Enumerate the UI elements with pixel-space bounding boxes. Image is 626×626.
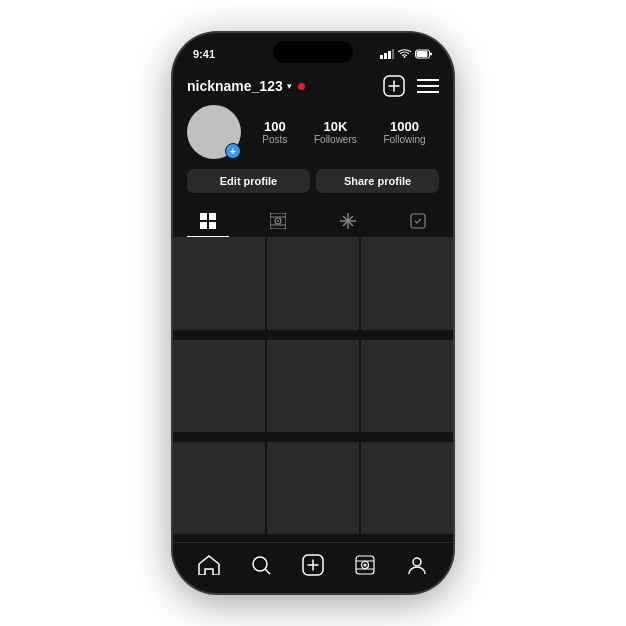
- bottom-nav: [173, 542, 453, 593]
- notification-dot: [298, 83, 305, 90]
- svg-rect-0: [380, 55, 383, 59]
- following-count: 1000: [390, 119, 419, 135]
- nav-search[interactable]: [243, 551, 279, 579]
- status-icons: [380, 49, 433, 59]
- header-actions: [383, 75, 439, 97]
- svg-rect-26: [411, 214, 425, 228]
- svg-point-27: [253, 557, 267, 571]
- battery-icon: [415, 49, 433, 59]
- reels-icon: [270, 213, 286, 229]
- username-text: nickname_123: [187, 78, 283, 94]
- grid-cell[interactable]: [361, 442, 453, 534]
- tab-tagged[interactable]: [383, 205, 453, 237]
- svg-rect-5: [430, 53, 432, 56]
- header-top-row: nickname_123 ▾: [187, 75, 439, 97]
- share-profile-button[interactable]: Share profile: [316, 169, 439, 193]
- dynamic-island: [273, 41, 353, 63]
- edit-profile-button[interactable]: Edit profile: [187, 169, 310, 193]
- nav-home[interactable]: [191, 551, 227, 579]
- action-buttons-row: Edit profile Share profile: [187, 169, 439, 193]
- profile-info-row: + 100 Posts 10K Followers 1000: [187, 105, 439, 159]
- following-stat[interactable]: 1000 Following: [383, 119, 425, 146]
- add-post-icon[interactable]: [383, 75, 405, 97]
- tab-reels[interactable]: [243, 205, 313, 237]
- grid-cell[interactable]: [173, 238, 265, 330]
- svg-rect-15: [200, 222, 207, 229]
- tabs-row: [173, 205, 453, 238]
- nav-add[interactable]: [295, 551, 331, 579]
- avatar-container[interactable]: +: [187, 105, 241, 159]
- tagged-icon: [410, 213, 426, 229]
- avatar-add-button[interactable]: +: [225, 143, 241, 159]
- svg-rect-3: [392, 49, 394, 59]
- grid-cell[interactable]: [361, 340, 453, 432]
- svg-rect-1: [384, 53, 387, 59]
- svg-rect-16: [209, 222, 216, 229]
- followers-count: 10K: [323, 119, 347, 135]
- posts-label: Posts: [262, 134, 287, 145]
- svg-point-33: [362, 562, 369, 569]
- svg-rect-13: [200, 213, 207, 220]
- svg-rect-2: [388, 51, 391, 59]
- tab-grid[interactable]: [173, 205, 243, 237]
- svg-rect-6: [417, 51, 428, 57]
- svg-point-19: [277, 220, 279, 222]
- grid-cell[interactable]: [267, 238, 359, 330]
- grid-cell[interactable]: [361, 238, 453, 330]
- status-time: 9:41: [193, 48, 215, 60]
- profile-header: nickname_123 ▾: [173, 69, 453, 205]
- grid-cell[interactable]: [267, 340, 359, 432]
- tab-collab[interactable]: [313, 205, 383, 237]
- username-row: nickname_123 ▾: [187, 78, 305, 94]
- wifi-icon: [398, 49, 411, 59]
- grid-cell[interactable]: [267, 442, 359, 534]
- menu-icon[interactable]: [417, 78, 439, 94]
- svg-rect-32: [356, 556, 374, 574]
- svg-rect-14: [209, 213, 216, 220]
- app-content: nickname_123 ▾: [173, 69, 453, 542]
- followers-label: Followers: [314, 134, 357, 145]
- followers-stat[interactable]: 10K Followers: [314, 119, 357, 146]
- signal-icon: [380, 49, 394, 59]
- stats-row: 100 Posts 10K Followers 1000 Following: [249, 119, 439, 146]
- posts-stat[interactable]: 100 Posts: [262, 119, 287, 146]
- grid-cell[interactable]: [173, 442, 265, 534]
- following-label: Following: [383, 134, 425, 145]
- grid-cell[interactable]: [173, 340, 265, 432]
- svg-line-28: [265, 569, 270, 574]
- svg-point-34: [364, 564, 366, 566]
- nav-reels[interactable]: [347, 551, 383, 579]
- dropdown-arrow-icon[interactable]: ▾: [287, 81, 292, 91]
- phone-screen: 9:41: [173, 33, 453, 593]
- posts-grid: [173, 238, 453, 542]
- nav-profile[interactable]: [399, 551, 435, 579]
- svg-point-37: [413, 558, 421, 566]
- phone-frame: 9:41: [173, 33, 453, 593]
- collab-icon: [340, 213, 356, 229]
- posts-count: 100: [264, 119, 286, 135]
- grid-icon: [200, 213, 216, 229]
